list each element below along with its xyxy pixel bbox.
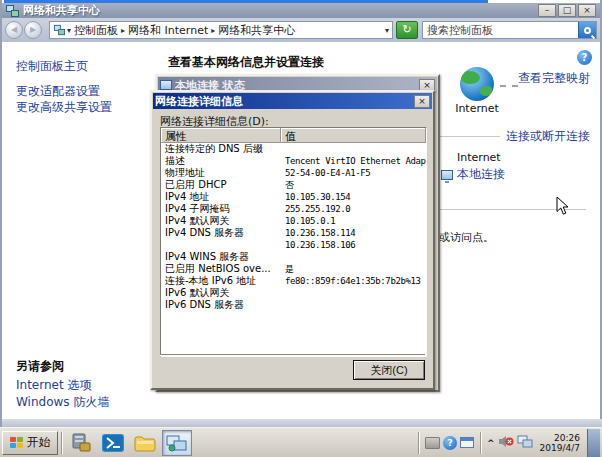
- local-connection-link[interactable]: 本地连接: [457, 166, 505, 183]
- divider: [160, 354, 425, 356]
- connect-disconnect-link[interactable]: 连接或断开连接: [506, 128, 590, 145]
- hidden-icons-chevron[interactable]: ^: [487, 438, 495, 448]
- close-button[interactable]: ×: [578, 4, 596, 17]
- network-center-taskbar-icon[interactable]: [162, 430, 192, 456]
- breadcrumb-item-network-center[interactable]: 网络和共享中心: [216, 23, 297, 38]
- row-property: IPv6 默认网关: [161, 287, 281, 299]
- row-value: 10.105.0.1: [281, 215, 426, 227]
- details-table-header: 属性 值: [161, 128, 426, 143]
- active-network-name: Internet: [457, 151, 501, 164]
- row-property: IPv6 DNS 服务器: [161, 299, 281, 311]
- taskbar-clock[interactable]: 20:26 2019/4/7: [536, 433, 584, 453]
- table-row: 已启用 NetBIOS ove...是: [161, 263, 426, 275]
- divider: [439, 136, 500, 137]
- row-property: IPv4 地址: [161, 191, 281, 203]
- row-value: 否: [281, 179, 426, 191]
- row-property: 已启用 NetBIOS ove...: [161, 263, 281, 275]
- table-row: 已启用 DHCP否: [161, 179, 426, 191]
- search-icon: [584, 27, 591, 34]
- powershell-taskbar-icon[interactable]: [98, 430, 128, 456]
- divider: [61, 432, 62, 454]
- page-heading: 查看基本网络信息并设置连接: [168, 54, 324, 71]
- network-windows-icon: [166, 434, 188, 452]
- row-property: IPv4 默认网关: [161, 215, 281, 227]
- forward-button[interactable]: ▶: [24, 21, 42, 39]
- row-value: 10.236.158.114: [281, 227, 426, 239]
- tray-app-icon[interactable]: [425, 437, 440, 449]
- sidebar-item-windows-firewall[interactable]: Windows 防火墙: [16, 394, 109, 411]
- row-property: 连接特定的 DNS 后缀: [161, 143, 281, 155]
- row-value: [281, 299, 426, 311]
- row-property: [161, 239, 281, 251]
- search-button[interactable]: [578, 22, 596, 38]
- desktop: 网络和共享中心 – □ × ◀ ▶ ▾ 控制面板 ▸ 网络和 Internet …: [0, 0, 602, 457]
- breadcrumb-item-control-panel[interactable]: 控制面板: [72, 23, 120, 38]
- table-row: 连接-本地 IPv6 地址fe80::859f:64e1:35b:7b2b%13: [161, 275, 426, 287]
- table-row: IPv6 DNS 服务器: [161, 299, 426, 311]
- row-property: 描述: [161, 155, 281, 167]
- column-header-value: 值: [281, 128, 426, 142]
- network-connection-details-dialog: 网络连接详细信息 × 网络连接详细信息(D): 属性 值 连接特定的 DNS 后…: [150, 90, 435, 390]
- help-icon[interactable]: ?: [577, 50, 592, 65]
- row-value: [281, 143, 426, 155]
- refresh-button[interactable]: ↻: [396, 21, 418, 39]
- breadcrumb[interactable]: ▾ 控制面板 ▸ 网络和 Internet ▸ 网络和共享中心 ▾: [49, 21, 393, 39]
- details-dialog-titlebar[interactable]: 网络连接详细信息 ×: [153, 93, 432, 109]
- clock-time: 20:26: [554, 433, 580, 443]
- connection-status-icon: [160, 80, 172, 90]
- address-toolbar: ◀ ▶ ▾ 控制面板 ▸ 网络和 Internet ▸ 网络和共享中心 ▾ ↻: [2, 18, 600, 42]
- row-property: IPv4 子网掩码: [161, 203, 281, 215]
- sidebar-item-change-advanced-sharing[interactable]: 更改高级共享设置: [16, 99, 112, 116]
- table-row: IPv4 地址10.105.30.154: [161, 191, 426, 203]
- table-row: IPv4 默认网关10.105.0.1: [161, 215, 426, 227]
- search-input[interactable]: [423, 24, 578, 37]
- row-value: 是: [281, 263, 426, 275]
- breadcrumb-item-network-internet[interactable]: 网络和 Internet: [126, 23, 210, 38]
- row-property: IPv4 WINS 服务器: [161, 251, 281, 263]
- show-desktop-button[interactable]: [587, 429, 600, 457]
- sidebar-item-control-panel-home[interactable]: 控制面板主页: [16, 58, 88, 75]
- help-tray-icon[interactable]: ?: [443, 436, 457, 450]
- folder-icon: [134, 434, 156, 452]
- table-row: 描述Tencent VirtIO Ethernet Adapter: [161, 155, 426, 167]
- details-table-rows: 连接特定的 DNS 后缀描述Tencent VirtIO Ethernet Ad…: [161, 143, 426, 311]
- server-manager-taskbar-icon[interactable]: [66, 430, 96, 456]
- sidebar-item-internet-options[interactable]: Internet 选项: [16, 377, 91, 394]
- folder-taskbar-icon[interactable]: [130, 430, 160, 456]
- row-value: [281, 287, 426, 299]
- row-property: IPv4 DNS 服务器: [161, 227, 281, 239]
- back-button[interactable]: ◀: [5, 21, 23, 39]
- map-internet-label: Internet: [448, 102, 506, 115]
- window-titlebar[interactable]: 网络和共享中心 – □ ×: [2, 3, 600, 18]
- table-row: 连接特定的 DNS 后缀: [161, 143, 426, 155]
- address-dropdown-icon[interactable]: ▾: [385, 26, 389, 35]
- window-switcher-icon[interactable]: [460, 437, 474, 448]
- minimize-button[interactable]: –: [538, 4, 556, 17]
- network-center-icon: [6, 5, 19, 17]
- close-dialog-button[interactable]: 关闭(C): [353, 360, 425, 380]
- server-manager-icon: [70, 433, 92, 453]
- volume-muted-icon[interactable]: [498, 435, 514, 451]
- table-row: 10.236.158.106: [161, 239, 426, 251]
- start-label: 开始: [27, 434, 51, 451]
- details-dialog-close-button[interactable]: ×: [414, 95, 430, 108]
- mouse-cursor: [556, 196, 569, 219]
- column-header-property: 属性: [161, 128, 281, 142]
- view-full-map-link[interactable]: 查看完整映射: [518, 70, 590, 87]
- table-row: IPv4 DNS 服务器10.236.158.114: [161, 227, 426, 239]
- connect-disconnect-row: 连接或断开连接: [439, 128, 590, 145]
- divider: [480, 432, 481, 454]
- divider: [418, 432, 419, 454]
- network-tray-icon[interactable]: [517, 435, 533, 451]
- row-value: fe80::859f:64e1:35b:7b2b%13: [281, 275, 426, 287]
- sidebar-item-change-adapter-settings[interactable]: 更改适配器设置: [16, 83, 100, 100]
- start-button[interactable]: 开始: [2, 431, 58, 455]
- maximize-button[interactable]: □: [558, 4, 576, 17]
- clock-date: 2019/4/7: [540, 443, 580, 453]
- map-dash-line: [500, 85, 518, 87]
- windows-logo-icon: [10, 437, 24, 449]
- powershell-icon: [102, 434, 124, 452]
- details-table: 属性 值 连接特定的 DNS 后缀描述Tencent VirtIO Ethern…: [160, 127, 427, 357]
- monitor-icon: [441, 170, 453, 180]
- search-box: [422, 21, 597, 39]
